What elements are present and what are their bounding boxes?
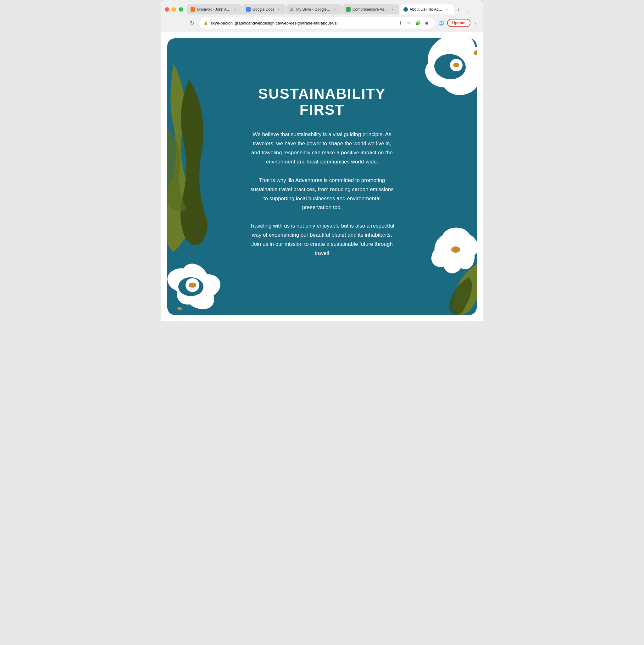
profile-button[interactable]: 🌐 xyxy=(438,19,445,27)
tab-illo-close[interactable]: ✕ xyxy=(444,7,449,12)
address-bar[interactable]: 🔒 skye-paoloni.graphicandwebdesign.ca/we… xyxy=(199,17,435,29)
svg-point-19 xyxy=(429,228,464,264)
svg-point-5 xyxy=(421,54,463,92)
reload-button[interactable]: ↻ xyxy=(187,19,196,27)
svg-point-12 xyxy=(177,258,214,296)
tab-drive-close[interactable]: ✕ xyxy=(332,7,337,12)
left-leaves xyxy=(167,63,233,252)
reader-view-button[interactable]: ▣ xyxy=(423,19,431,27)
svg-point-22 xyxy=(452,239,477,271)
maximize-button[interactable] xyxy=(179,7,183,12)
svg-point-13 xyxy=(186,270,224,303)
lock-icon: 🔒 xyxy=(203,21,208,25)
svg-point-18 xyxy=(177,306,183,311)
tab-docs[interactable]: Google Docs ✕ xyxy=(243,4,286,14)
section-title: SUSTAINABILITY FIRST xyxy=(250,86,394,118)
svg-point-3 xyxy=(445,41,477,86)
title-bar: Omnivox - John A… ✕ Google Docs ✕ xyxy=(161,0,483,14)
svg-point-26 xyxy=(451,246,460,253)
svg-point-8 xyxy=(453,63,459,67)
page-content: SUSTAINABILITY FIRST We believe that sus… xyxy=(161,32,483,321)
forward-button[interactable]: → xyxy=(176,19,185,27)
top-right-flower xyxy=(401,38,477,108)
docs-favicon-icon xyxy=(246,7,251,12)
bookmark-button[interactable]: ☆ xyxy=(405,19,413,27)
tab-drive-label: My Drive - Google… xyxy=(296,7,330,12)
close-button[interactable] xyxy=(165,7,169,12)
tab-omnivox[interactable]: Omnivox - John A… ✕ xyxy=(187,4,242,14)
section-para-1: We believe that sustainability is a vita… xyxy=(250,130,394,167)
tab-comp-label: Comprehensive As… xyxy=(352,7,388,12)
tab-omnivox-close[interactable]: ✕ xyxy=(232,7,237,12)
svg-point-17 xyxy=(189,282,196,287)
update-button[interactable]: Update xyxy=(447,19,470,27)
tab-overflow-button[interactable]: ⌄ xyxy=(464,7,471,14)
tab-docs-close[interactable]: ✕ xyxy=(276,7,281,12)
omnivox-favicon-icon xyxy=(190,7,195,12)
tab-illo-label: About Us - illo Ad… xyxy=(410,7,443,12)
traffic-lights xyxy=(165,7,183,12)
tab-illo[interactable]: About Us - illo Ad… ✕ xyxy=(400,4,454,14)
content-center: SUSTAINABILITY FIRST We believe that sus… xyxy=(240,67,404,286)
nav-bar: ← → ↻ 🔒 skye-paoloni.graphicandwebdesign… xyxy=(161,14,483,32)
svg-point-15 xyxy=(178,277,203,296)
browser-menu-button[interactable]: ⋮ xyxy=(472,19,479,26)
browser-actions: 🌐 Update ⋮ xyxy=(438,19,479,27)
tab-comp-close[interactable]: ✕ xyxy=(390,7,395,12)
svg-point-21 xyxy=(448,227,477,261)
svg-point-6 xyxy=(433,53,467,80)
svg-point-16 xyxy=(185,278,199,292)
svg-point-10 xyxy=(171,269,214,310)
svg-point-14 xyxy=(179,277,219,314)
share-button[interactable]: ⬆ xyxy=(396,19,404,27)
tab-drive[interactable]: My Drive - Google… ✕ xyxy=(286,4,342,14)
section-para-2: That is why illo Adventures is committed… xyxy=(250,176,394,212)
address-text: skye-paoloni.graphicandwebdesign.ca/web-… xyxy=(211,21,394,25)
svg-point-7 xyxy=(450,59,463,71)
section-para-3: Traveling with us is not only enjoyable … xyxy=(250,222,394,258)
extensions-button[interactable]: 🧩 xyxy=(414,19,422,27)
illo-favicon-icon xyxy=(404,7,408,12)
bottom-left-flower xyxy=(167,258,233,315)
tab-strip: Omnivox - John A… ✕ Google Docs ✕ xyxy=(187,4,479,14)
svg-point-23 xyxy=(441,245,466,275)
tab-docs-label: Google Docs xyxy=(253,7,274,12)
comp-favicon-icon xyxy=(346,7,351,12)
bottom-right-flower-leaves xyxy=(406,214,477,315)
svg-point-9 xyxy=(473,49,477,56)
new-tab-button[interactable]: + xyxy=(454,6,463,14)
svg-point-20 xyxy=(442,228,470,248)
svg-point-2 xyxy=(421,38,477,83)
tab-omnivox-label: Omnivox - John A… xyxy=(197,7,230,12)
minimize-button[interactable] xyxy=(172,7,176,12)
address-actions: ⬆ ☆ 🧩 ▣ xyxy=(396,19,431,27)
tab-comp[interactable]: Comprehensive As… ✕ xyxy=(342,4,399,14)
drive-favicon-icon xyxy=(290,7,294,12)
svg-point-24 xyxy=(427,239,461,272)
sustainability-section: SUSTAINABILITY FIRST We believe that sus… xyxy=(167,38,477,315)
browser-window: Omnivox - John A… ✕ Google Docs ✕ xyxy=(161,0,483,321)
svg-point-4 xyxy=(440,60,477,98)
svg-point-25 xyxy=(447,241,464,258)
svg-point-11 xyxy=(167,266,201,295)
back-button[interactable]: ← xyxy=(165,19,174,27)
